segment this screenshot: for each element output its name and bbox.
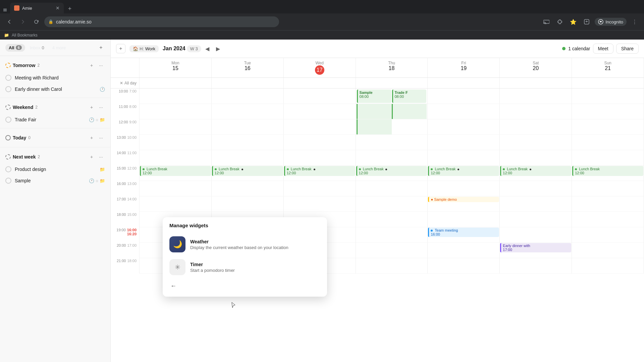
tab-all[interactable]: All 6 xyxy=(5,44,25,52)
cell-tue-1700[interactable] xyxy=(212,196,284,212)
group-weekend-add[interactable]: + xyxy=(88,103,96,111)
allday-fri[interactable] xyxy=(428,78,500,88)
back-button[interactable] xyxy=(4,16,15,27)
popup-back-button[interactable]: ← xyxy=(168,281,179,291)
cell-tue-1400[interactable] xyxy=(212,150,284,166)
cell-sat-1400[interactable] xyxy=(500,150,572,166)
cell-wed-1300[interactable] xyxy=(284,135,356,150)
active-tab[interactable]: Amie ✕ xyxy=(10,3,64,13)
cell-sat-1200[interactable] xyxy=(500,119,572,135)
cell-tue-1600[interactable] xyxy=(212,181,284,196)
cell-sat-1500[interactable]: Lunch Break 12:00 xyxy=(500,166,572,181)
cell-sat-1700[interactable] xyxy=(500,196,572,212)
cell-fri-1500[interactable]: Lunch Break 12:00 xyxy=(428,166,500,181)
cell-thu-1300[interactable] xyxy=(356,135,428,150)
bookmark-icon[interactable]: ⭐ xyxy=(568,16,579,27)
tab-more[interactable]: 4 more xyxy=(49,44,69,52)
allday-x-icon[interactable]: ✕ xyxy=(120,81,123,85)
cast-icon[interactable] xyxy=(541,16,552,27)
cell-sun-1300[interactable] xyxy=(572,135,644,150)
allday-tue[interactable] xyxy=(212,78,284,88)
sidebar-item-sample[interactable]: Sample 🕐 ○ 📁 xyxy=(0,175,110,186)
group-tomorrow-header[interactable]: Tomorrow 2 + ··· xyxy=(0,59,110,72)
cell-fri-1200[interactable] xyxy=(428,119,500,135)
cell-fri-2000[interactable] xyxy=(428,243,500,258)
cell-sun-1500[interactable]: Lunch Break 12:00 xyxy=(572,166,644,181)
group-next-week-add[interactable]: + xyxy=(88,153,96,161)
item-checkbox-meeting[interactable] xyxy=(5,75,11,81)
lunch-mon[interactable]: Lunch Break 12:00 xyxy=(140,166,211,176)
group-weekend-header[interactable]: Weekend 2 + ··· xyxy=(0,101,110,114)
cell-sat-2100[interactable] xyxy=(500,258,572,274)
cell-tue-1200[interactable] xyxy=(212,119,284,135)
sidebar-item-trade-fair[interactable]: Trade Fair 🕐 ○ 📁 xyxy=(0,114,110,125)
cell-thu-1400[interactable] xyxy=(356,150,428,166)
cell-thu-1500[interactable]: Lunch Break 12:00 xyxy=(356,166,428,181)
cell-sat-1300[interactable] xyxy=(500,135,572,150)
cell-fri-1000[interactable] xyxy=(428,88,500,104)
group-tomorrow-add[interactable]: + xyxy=(88,61,96,69)
cell-sat-1800[interactable] xyxy=(500,212,572,227)
cell-sun-1200[interactable] xyxy=(572,119,644,135)
sample-event[interactable]: Sample 08:00 xyxy=(357,89,391,103)
allday-sat[interactable] xyxy=(500,78,572,88)
cell-fri-1800[interactable] xyxy=(428,212,500,227)
cell-sat-2000[interactable]: Early dinner with 17:00 xyxy=(500,243,572,258)
home-work-toggle[interactable]: 🏠 H: Work xyxy=(129,45,159,52)
cell-sun-1600[interactable] xyxy=(572,181,644,196)
cell-sat-1100[interactable] xyxy=(500,104,572,119)
group-weekend-more[interactable]: ··· xyxy=(97,103,105,111)
tab-close-icon[interactable]: ✕ xyxy=(56,5,60,11)
item-checkbox-dinner[interactable] xyxy=(5,86,11,92)
cell-fri-1300[interactable] xyxy=(428,135,500,150)
cell-mon-1200[interactable] xyxy=(140,119,212,135)
popup-weather-item[interactable]: 🌙 Weather Display the current weather ba… xyxy=(168,233,322,256)
cell-wed-1000[interactable] xyxy=(284,88,356,104)
sidebar-add-button[interactable]: + xyxy=(97,44,105,52)
group-tomorrow-more[interactable]: ··· xyxy=(97,61,105,69)
cell-mon-1000[interactable] xyxy=(140,88,212,104)
cell-fri-1700[interactable]: ● Sample demo xyxy=(428,196,500,212)
lunch-tue[interactable]: Lunch Break 12:00 xyxy=(212,166,283,176)
allday-mon[interactable] xyxy=(140,78,212,88)
cell-wed-1200[interactable] xyxy=(284,119,356,135)
menu-button[interactable]: ⋮ xyxy=(629,16,640,27)
group-today-header[interactable]: Today 0 + ··· xyxy=(0,131,110,144)
cell-sun-1100[interactable] xyxy=(572,104,644,119)
team-meeting-event[interactable]: Team meeting 16:00 xyxy=(428,228,499,237)
lunch-wed[interactable]: Lunch Break 12:00 xyxy=(284,166,355,176)
group-next-week-header[interactable]: Next week 2 + ··· xyxy=(0,150,110,164)
cell-thu-1800[interactable] xyxy=(356,212,428,227)
cell-sun-1000[interactable] xyxy=(572,88,644,104)
cell-mon-1100[interactable] xyxy=(140,104,212,119)
cell-thu-2100[interactable] xyxy=(356,258,428,274)
new-tab-button[interactable]: + xyxy=(65,4,74,13)
cell-fri-1400[interactable] xyxy=(428,150,500,166)
sidebar-item-product-design[interactable]: Product design 📁 xyxy=(0,164,110,175)
cell-fri-2100[interactable] xyxy=(428,258,500,274)
cell-sun-2100[interactable] xyxy=(572,258,644,274)
cell-tue-1500[interactable]: Lunch Break 12:00 xyxy=(212,166,284,181)
cell-thu-1900[interactable] xyxy=(356,227,428,243)
item-checkbox-trade[interactable] xyxy=(5,117,11,123)
cal-prev-button[interactable]: ◀ xyxy=(203,44,212,53)
cell-wed-1500[interactable]: Lunch Break 12:00 xyxy=(284,166,356,181)
item-checkbox-product[interactable] xyxy=(5,166,11,172)
meet-button[interactable]: Meet xyxy=(593,44,613,54)
cell-sat-1900[interactable] xyxy=(500,227,572,243)
early-dinner-event[interactable]: Early dinner with 17:00 xyxy=(500,243,571,252)
cell-wed-1700[interactable] xyxy=(284,196,356,212)
allday-sun[interactable] xyxy=(572,78,644,88)
lunch-fri[interactable]: Lunch Break 12:00 xyxy=(428,166,499,176)
add-event-button[interactable]: + xyxy=(116,44,125,53)
item-checkbox-sample[interactable] xyxy=(5,178,11,184)
forward-button[interactable] xyxy=(17,16,28,27)
group-today-more[interactable]: ··· xyxy=(97,134,105,142)
cell-wed-1100[interactable] xyxy=(284,104,356,119)
cell-fri-1900[interactable]: Team meeting 16:00 xyxy=(428,227,500,243)
sidebar-item-meeting-richard[interactable]: Meeting with Richard xyxy=(0,72,110,83)
cell-fri-1600[interactable] xyxy=(428,181,500,196)
cell-sun-1400[interactable] xyxy=(572,150,644,166)
share-button[interactable]: Share xyxy=(616,44,639,54)
group-next-week-more[interactable]: ··· xyxy=(97,153,105,161)
